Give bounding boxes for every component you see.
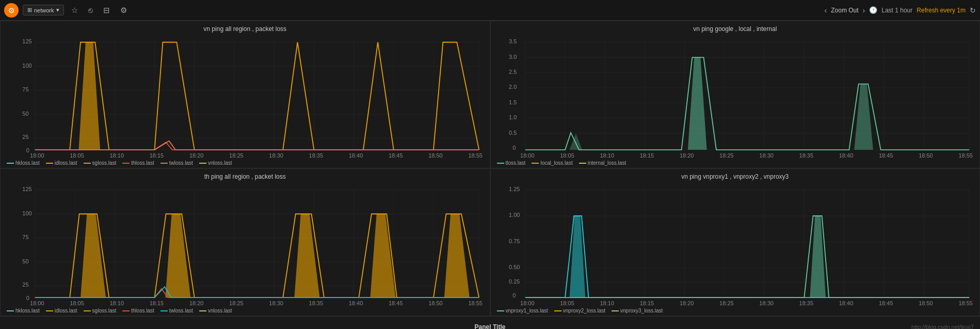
svg-text:18:45: 18:45 [878,300,893,306]
svg-text:1.5: 1.5 [508,99,516,105]
url-label: http://blog.csdn.net/linxi7 [911,324,974,330]
svg-marker-116 [70,214,115,297]
svg-marker-120 [433,214,479,297]
svg-marker-36 [70,42,109,150]
zoom-out-prev-button[interactable]: ‹ [825,6,827,14]
share-button[interactable]: ⎋ [85,4,96,17]
svg-text:18:05: 18:05 [560,152,574,158]
svg-text:1.00: 1.00 [508,212,519,218]
bottom-bar: Panel Title http://blog.csdn.net/linxi7 [0,316,980,329]
svg-text:50: 50 [22,111,28,117]
panel-title-vn-ping: vn ping all region , packet loss [5,25,486,33]
svg-text:18:05: 18:05 [70,152,84,158]
bookmark-button[interactable]: ⊟ [100,4,113,17]
svg-text:0: 0 [512,292,516,299]
svg-text:1.0: 1.0 [508,114,516,120]
svg-text:18:25: 18:25 [229,300,244,306]
svg-marker-78 [681,57,713,150]
svg-text:18:25: 18:25 [719,152,734,158]
panel-title-label: Panel Title [475,323,506,330]
clock-icon: 🕐 [869,6,877,14]
refresh-interval-label: Refresh every 1m [917,7,966,14]
svg-text:18:25: 18:25 [719,300,734,306]
svg-text:0: 0 [26,147,29,153]
svg-text:18:10: 18:10 [600,300,614,306]
svg-text:2.5: 2.5 [508,69,516,75]
svg-text:2.0: 2.0 [508,84,516,90]
chart-vn-proxy: 1.25 1.00 0.75 0.50 0.25 0 [495,182,976,307]
svg-text:18:15: 18:15 [639,152,654,158]
svg-text:18:30: 18:30 [759,152,774,158]
app-name-label: network [34,7,54,13]
svg-text:18:15: 18:15 [150,152,164,158]
dropdown-chevron-icon: ▾ [56,7,59,13]
nav-right-controls: ‹ Zoom Out › 🕐 Last 1 hour Refresh every… [825,6,976,14]
time-range-label: Last 1 hour [881,7,912,14]
svg-text:18:40: 18:40 [839,152,853,158]
chart-vn-ping: 125 100 75 50 25 0 [5,35,486,159]
svg-text:1.25: 1.25 [508,186,519,192]
svg-text:18:50: 18:50 [919,300,933,306]
svg-text:100: 100 [22,62,31,69]
panel-title-proxy: vn ping vnproxy1 , vnproxy2 , vnproxy3 [495,173,976,180]
svg-text:18:10: 18:10 [109,152,124,158]
svg-text:0.5: 0.5 [508,130,516,136]
svg-text:18:55: 18:55 [468,152,483,158]
svg-text:18:20: 18:20 [679,300,694,306]
svg-text:18:20: 18:20 [679,152,694,158]
svg-text:18:50: 18:50 [919,152,933,158]
svg-text:18:55: 18:55 [958,152,973,158]
svg-text:18:40: 18:40 [349,152,363,158]
panel-title-th-ping: th ping all region , packet loss [5,173,486,180]
svg-text:18:20: 18:20 [189,152,204,158]
svg-text:0: 0 [26,295,29,301]
app-menu-button[interactable]: ⊞ network ▾ [23,5,64,15]
svg-text:100: 100 [22,210,31,216]
chart-svg-th-ping: 125 100 75 50 25 0 [5,182,486,306]
svg-text:18:45: 18:45 [878,152,893,158]
legend-proxy: vnproxy1_loss.last vnproxy2_loss.last vn… [495,308,976,314]
svg-text:18:55: 18:55 [468,300,483,306]
svg-text:18:10: 18:10 [109,300,124,306]
svg-text:18:45: 18:45 [389,152,403,158]
svg-text:18:00: 18:00 [30,152,44,158]
svg-text:18:45: 18:45 [389,300,403,306]
chart-svg-proxy: 1.25 1.00 0.75 0.50 0.25 0 [495,182,976,306]
chart-svg-vn-ping: 125 100 75 50 25 0 [5,35,486,158]
svg-text:18:30: 18:30 [269,152,283,158]
star-button[interactable]: ☆ [68,4,81,17]
panel-title-google: vn ping google , local , internal [495,25,976,33]
svg-text:25: 25 [22,134,28,140]
zoom-out-next-button[interactable]: › [863,6,865,14]
panel-vn-ping-proxy: vn ping vnproxy1 , vnproxy2 , vnproxy3 1… [490,168,981,316]
svg-text:18:35: 18:35 [799,300,813,306]
svg-text:3.5: 3.5 [508,38,516,44]
navbar: ⊙ ⊞ network ▾ ☆ ⎋ ⊟ ⚙ ‹ Zoom Out › 🕐 Las… [0,0,980,21]
refresh-button[interactable]: ↻ [970,6,976,14]
svg-text:125: 125 [22,186,31,192]
svg-text:18:15: 18:15 [639,300,654,306]
svg-text:75: 75 [22,234,28,240]
svg-text:18:15: 18:15 [150,300,164,306]
svg-text:18:20: 18:20 [189,300,204,306]
panel-vn-ping-all-region: vn ping all region , packet loss 125 100… [0,21,490,168]
svg-text:18:40: 18:40 [349,300,363,306]
svg-text:50: 50 [22,258,28,264]
settings-button[interactable]: ⚙ [117,4,130,17]
svg-text:18:05: 18:05 [560,300,574,306]
svg-text:18:30: 18:30 [759,300,774,306]
svg-text:18:25: 18:25 [229,152,244,158]
svg-text:18:35: 18:35 [799,152,813,158]
svg-text:125: 125 [22,38,31,44]
svg-text:0.25: 0.25 [508,278,519,285]
svg-text:18:40: 18:40 [839,300,853,306]
svg-text:18:00: 18:00 [520,152,535,158]
app-logo[interactable]: ⊙ [4,3,19,18]
svg-text:0.75: 0.75 [508,238,519,244]
grid-icon: ⊞ [27,7,32,13]
svg-text:25: 25 [22,281,28,288]
legend-vn-ping: hkloss.last idloss.last sgloss.last thlo… [5,160,486,166]
dashboard: vn ping all region , packet loss 125 100… [0,21,980,329]
svg-text:18:55: 18:55 [958,300,973,306]
panel-vn-ping-google: vn ping google , local , internal 3.5 3.… [490,21,981,168]
